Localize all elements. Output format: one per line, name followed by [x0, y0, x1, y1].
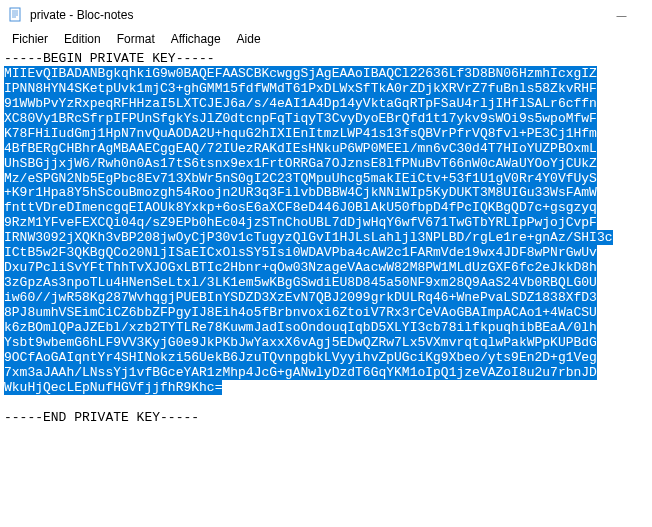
key-line: 4BfBERgCHBhrAgMBAAECggEAQ/72IUezRAKdIEsH…	[4, 141, 597, 156]
key-line: 9RzM1YFveFEXCQi04q/sZ9EPb0hEc04jzSTnChoU…	[4, 215, 597, 230]
menu-edit[interactable]: Edition	[56, 30, 109, 50]
key-line: Ysbt9wbemG6hLF9VV3KyjG0e9JkPKbJwYaxxX6vA…	[4, 335, 597, 350]
key-line: IPNN8HYN4SKetpUvk1mjC3+ghGMM15fdfWMdT61P…	[4, 81, 597, 96]
titlebar: private - Bloc-notes —	[0, 0, 652, 30]
window-title: private - Bloc-notes	[30, 8, 599, 22]
begin-marker: -----BEGIN PRIVATE KEY-----	[4, 51, 215, 66]
key-line: 7xm3aJAAh/LNssYj1vfBGceYAR1zMhp4JcG+gANw…	[4, 365, 597, 380]
key-line: 91WWbPvYzRxpeqRFHHzaI5LXTCJEJ6a/s/4eAI1A…	[4, 96, 597, 111]
key-line: UhSBGjjxjW6/Rwh0n0As17tS6tsnx9ex1FrtORRG…	[4, 156, 597, 171]
key-line: IRNW3092jXQKh3vBP208jwOyCjP30v1cTugyzQlG…	[4, 230, 613, 245]
svg-rect-0	[10, 8, 20, 21]
key-line: Mz/eSPGN2Nb5EgPbc8Ev713XbWr5nS0gI2C23TQM…	[4, 171, 597, 186]
key-line: fnttVDreDImencgqEIAOUk8Yxkp+6osE6aXCF8eD…	[4, 200, 597, 215]
text-area[interactable]: -----BEGIN PRIVATE KEY----- MIIEvQIBADAN…	[0, 50, 652, 427]
menu-file[interactable]: Fichier	[4, 30, 56, 50]
key-line: WkuHjQecLEpNufHGVfjjfhR9Khc=	[4, 380, 222, 395]
menu-format[interactable]: Format	[109, 30, 163, 50]
menu-help[interactable]: Aide	[229, 30, 269, 50]
key-line: MIIEvQIBADANBgkqhkiG9w0BAQEFAASCBKcwggSj…	[4, 66, 597, 81]
menubar: Fichier Edition Format Affichage Aide	[0, 30, 652, 50]
end-marker: -----END PRIVATE KEY-----	[4, 410, 199, 425]
selected-text: MIIEvQIBADANBgkqhkiG9w0BAQEFAASCBKcwggSj…	[4, 66, 613, 395]
key-line: Dxu7PcliSvYFtThhTvXJOGxLBTIc2Hbnr+qOw03N…	[4, 260, 597, 275]
key-line: +K9r1Hpa8Y5hScouBmozgh54Roojn2UR3q3Filvb…	[4, 185, 597, 200]
window-controls: —	[599, 1, 644, 29]
key-line: k6zBOmlQPaJZEbl/xzb2TYTLRe78KuwmJadIsoOn…	[4, 320, 597, 335]
minimize-button[interactable]: —	[599, 1, 644, 29]
menu-view[interactable]: Affichage	[163, 30, 229, 50]
key-line: iw60//jwR58Kg287WvhqgjPUEBInYSDZD3XzEvN7…	[4, 290, 597, 305]
key-line: K78FHiIudGmj1HpN7nvQuAODA2U+hquG2hIXIEnI…	[4, 126, 597, 141]
key-line: 8PJ8umhVSEimCiCZ6bbZFPgyIJ8Eih4o5fBrbnvo…	[4, 305, 597, 320]
key-line: 3zGpzAs3npoTLu4HNenSeLtxl/3LK1em5wKBgGSw…	[4, 275, 597, 290]
key-line: XC80Vy1BRcSfrpIFPUnSfgkYsJlZ0dtcnpFqTiqy…	[4, 111, 597, 126]
key-line: ICtB5w2F3QKBgQCo20NljISaEICxOlsSY5Isi0WD…	[4, 245, 597, 260]
notepad-icon	[8, 7, 24, 23]
key-line: 9OCfAoGAIqntYr4SHINokzi56UekB6JzuTQvnpgb…	[4, 350, 597, 365]
